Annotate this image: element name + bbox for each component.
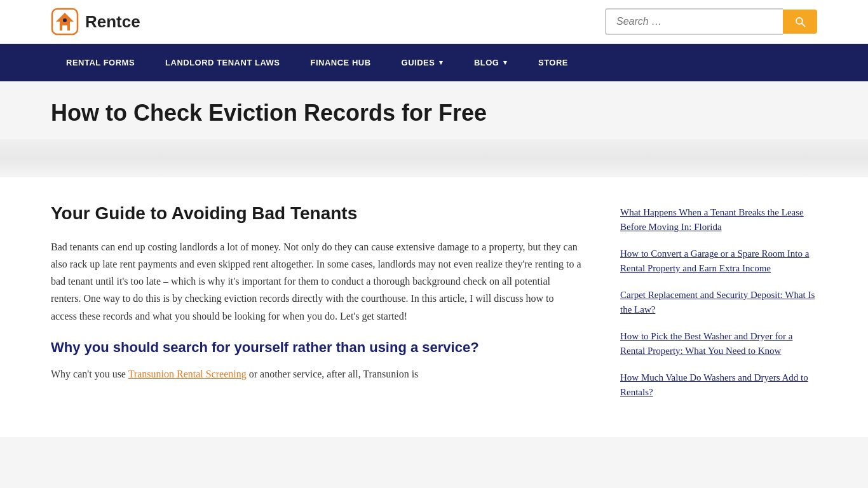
page-title-area: How to Check Eviction Records for Free [0,81,868,139]
site-logo[interactable]: Rentce [51,8,140,36]
subparagraph-text-end: or another service, after all, Transunio… [247,369,419,379]
nav-item-guides[interactable]: GUIDES ▾ [386,44,459,81]
search-form [605,8,817,35]
page-title: How to Check Eviction Records for Free [51,99,817,126]
main-content: Your Guide to Avoiding Bad Tenants Bad t… [0,177,868,437]
transunion-link[interactable]: Transunion Rental Screening [128,369,247,379]
subparagraph-text-start: Why can't you use [51,369,128,379]
site-header: Rentce [0,0,868,44]
nav-item-blog[interactable]: BLOG ▾ [459,44,523,81]
nav-item-finance-hub[interactable]: FINANCE HUB [295,44,386,81]
svg-point-2 [63,18,67,22]
search-input[interactable] [605,8,783,35]
sidebar-link-2[interactable]: Carpet Replacement and Security Deposit:… [620,288,817,316]
search-icon [794,16,806,27]
sidebar-link-1[interactable]: How to Convert a Garage or a Spare Room … [620,247,817,275]
article-subheading: Why you should search for yourself rathe… [51,339,582,357]
nav-item-rental-forms[interactable]: RENTAL FORMS [51,44,150,81]
nav-item-store[interactable]: STORE [523,44,583,81]
article-subparagraph: Why can't you use Transunion Rental Scre… [51,365,582,383]
nav-item-landlord-tenant[interactable]: LANDLORD TENANT LAWS [150,44,295,81]
sidebar: What Happens When a Tenant Breaks the Le… [620,203,817,412]
svg-line-4 [802,24,805,27]
main-nav: RENTAL FORMS LANDLORD TENANT LAWS FINANC… [0,44,868,81]
guides-chevron-icon: ▾ [439,58,444,67]
sidebar-link-3[interactable]: How to Pick the Best Washer and Dryer fo… [620,329,817,358]
logo-text: Rentce [85,12,140,32]
sidebar-link-0[interactable]: What Happens When a Tenant Breaks the Le… [620,205,817,234]
logo-icon [51,8,79,36]
article-body-paragraph: Bad tenants can end up costing landlords… [51,238,582,325]
sidebar-link-4[interactable]: How Much Value Do Washers and Dryers Add… [620,370,817,399]
wave-divider [0,139,868,177]
search-button[interactable] [783,10,817,34]
article-body: Your Guide to Avoiding Bad Tenants Bad t… [51,203,582,396]
article-section-heading: Your Guide to Avoiding Bad Tenants [51,203,582,224]
blog-chevron-icon: ▾ [503,58,508,67]
